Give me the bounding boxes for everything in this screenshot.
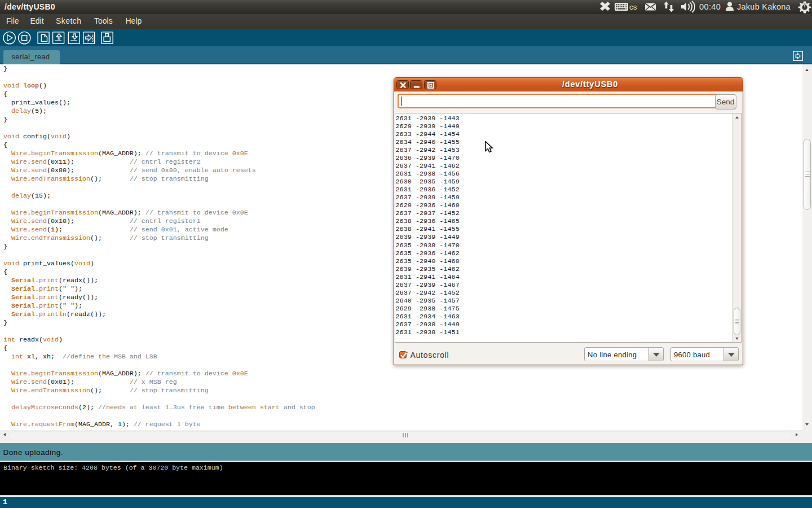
svg-text:cs: cs: [629, 3, 637, 11]
svg-text:00:40: 00:40: [699, 2, 721, 11]
svg-text:Jakub Kakona: Jakub Kakona: [737, 2, 791, 11]
